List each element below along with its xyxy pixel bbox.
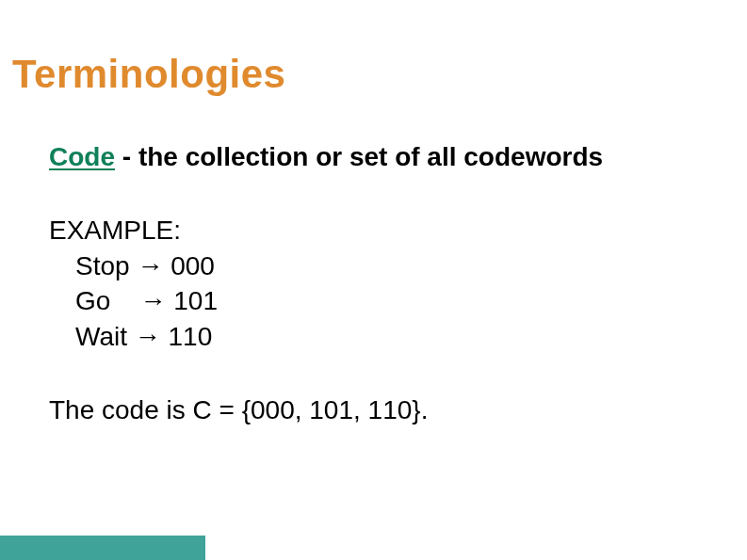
term-separator: -	[122, 142, 138, 171]
definition-line: Code - the collection or set of all code…	[49, 139, 708, 175]
slide-title: Terminologies	[12, 52, 285, 97]
footer-accent-bar	[0, 536, 205, 560]
term-definition: the collection or set of all codewords	[138, 142, 603, 171]
mapping-text: Wait → 110	[75, 322, 212, 351]
mapping-text: Go → 101	[75, 286, 218, 315]
example-header: EXAMPLE:	[49, 213, 708, 248]
code-summary: The code is C = {000, 101, 110}.	[49, 392, 708, 428]
mapping-text: Stop → 000	[75, 251, 215, 280]
example-block: EXAMPLE: Stop → 000 Go → 101 Wait → 110	[49, 213, 708, 355]
example-mappings: Stop → 000 Go → 101 Wait → 110	[49, 248, 708, 355]
slide: Terminologies Code - the collection or s…	[0, 0, 747, 560]
term-name: Code	[49, 142, 115, 171]
mapping-row: Go → 101	[75, 283, 708, 319]
mapping-row: Wait → 110	[75, 319, 708, 355]
slide-body: Code - the collection or set of all code…	[49, 139, 708, 428]
mapping-row: Stop → 000	[75, 248, 708, 284]
